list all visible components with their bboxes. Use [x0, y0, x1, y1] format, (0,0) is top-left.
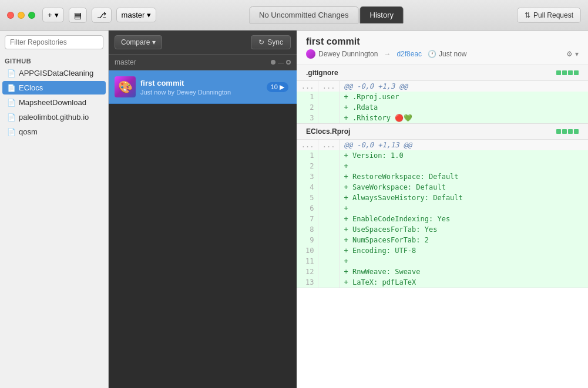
- sidebar: GitHub 📄 APPGISDataCleaning 📄 EClocs 📄 M…: [0, 31, 109, 388]
- file-name: EClocs.Rproj: [306, 127, 350, 136]
- diff-line-content: +: [339, 203, 588, 214]
- repo-icon: 📄: [7, 84, 15, 92]
- diff-line-content: + .Rproj.user: [339, 92, 588, 102]
- dot4: [574, 70, 579, 75]
- hunk-header-text: @@ -0,0 +1,3 @@: [339, 81, 588, 92]
- line-num-new: [318, 161, 339, 171]
- sidebar-item-qosm[interactable]: 📄 qosm: [2, 125, 106, 139]
- line-num-old: 1: [297, 150, 318, 161]
- line-num-new: [318, 214, 339, 224]
- diff-row-add-7: 7 + EnableCodeIndexing: Yes: [297, 214, 588, 224]
- branch-bar: master —: [109, 55, 297, 70]
- diff-row-add-12: 12 + RnwWeave: Sweave: [297, 266, 588, 277]
- line-num-new: [318, 245, 339, 256]
- diff-row-add-2: 2 + .Rdata: [297, 102, 588, 113]
- branch-button[interactable]: ⎇: [92, 8, 112, 23]
- sync-label: Sync: [267, 38, 283, 46]
- diff-line-content: + SaveWorkspace: Default: [339, 182, 588, 193]
- diff-line-content: + RestoreWorkspace: Default: [339, 171, 588, 182]
- sidebar-toggle-button[interactable]: ▤: [69, 8, 87, 23]
- tab-uncommitted-changes[interactable]: No Uncommitted Changes: [249, 6, 358, 23]
- diff-line-content: + AlwaysSaveHistory: Default: [339, 193, 588, 203]
- line-num-old: 2: [297, 102, 318, 113]
- titlebar-left-controls: + ▾ ▤ ⎇ master ▾: [42, 8, 156, 23]
- line-num-new: [318, 256, 339, 266]
- diff-row-hunk: ... ... @@ -0,0 +1,3 @@: [297, 81, 588, 92]
- diff-table-rproj: ... ... @@ -0,0 +1,13 @@ 1 + Version: 1.…: [297, 140, 588, 288]
- line-num-new: [318, 193, 339, 203]
- pull-request-button[interactable]: ⇅ Pull Request: [517, 8, 581, 23]
- tab-history[interactable]: History: [360, 6, 404, 23]
- dot-ring: [286, 60, 291, 65]
- avatar-emoji: 🎨: [118, 80, 133, 94]
- sidebar-item-paleolimbot[interactable]: 📄 paleolimbot.github.io: [2, 110, 106, 124]
- diff-settings: ⚙ ▾: [566, 50, 579, 58]
- file-diff-action-dots: [556, 70, 579, 75]
- diff-row-add-9: 9 + NumSpacesForTab: 2: [297, 235, 588, 245]
- diff-row-add-10: 10 + Encoding: UTF-8: [297, 245, 588, 256]
- diff-line-content: +: [339, 256, 588, 266]
- sidebar-item-appgis[interactable]: 📄 APPGISDataCleaning: [2, 66, 106, 80]
- master-branch-selector[interactable]: master ▾: [116, 8, 156, 22]
- line-num-old: 8: [297, 224, 318, 235]
- minimize-button[interactable]: [18, 12, 25, 19]
- line-num-old: 13: [297, 277, 318, 288]
- compare-label: Compare ▾: [121, 38, 156, 46]
- dot4: [574, 129, 579, 134]
- commit-item[interactable]: 🎨 first commit Just now by Dewey Dunning…: [109, 70, 297, 104]
- line-num-new: [318, 266, 339, 277]
- traffic-lights: [7, 12, 35, 19]
- diff-row-hunk: ... ... @@ -0,0 +1,13 @@: [297, 140, 588, 150]
- gear-icon[interactable]: ⚙: [566, 50, 573, 58]
- commit-subtitle: Just now by Dewey Dunnington: [140, 89, 267, 96]
- dot-separator: —: [278, 59, 284, 66]
- titlebar: + ▾ ▤ ⎇ master ▾ paleolimbot/EClocs No U…: [0, 0, 588, 31]
- line-num-new: [318, 113, 339, 123]
- line-num-new: ...: [318, 140, 339, 150]
- diff-row-add-2: 2 +: [297, 161, 588, 171]
- line-num-new: [318, 224, 339, 235]
- repo-name: EClocs: [19, 83, 43, 92]
- sidebar-icon: ▤: [74, 11, 82, 20]
- line-num-old: ...: [297, 140, 318, 150]
- branch-name-label: master ▾: [122, 11, 151, 19]
- tab-bar: No Uncommitted Changes History: [249, 6, 404, 23]
- filter-repositories-input[interactable]: [5, 35, 103, 49]
- line-num-old: 7: [297, 214, 318, 224]
- close-button[interactable]: [7, 12, 14, 19]
- repo-name: MapsheetDownload: [19, 98, 86, 107]
- repo-name: APPGISDataCleaning: [19, 69, 93, 77]
- diff-line-content: + UseSpacesForTab: Yes: [339, 224, 588, 235]
- hunk-header-text: @@ -0,0 +1,13 @@: [339, 140, 588, 150]
- line-num-new: [318, 150, 339, 161]
- diff-row-add-13: 13 + LaTeX: pdfLaTeX: [297, 277, 588, 288]
- line-num-old: 6: [297, 203, 318, 214]
- diff-author: Dewey Dunnington: [306, 49, 378, 59]
- diff-panel: first commit Dewey Dunnington → d2f8eac …: [297, 31, 588, 388]
- line-num-old: 5: [297, 193, 318, 203]
- dot1: [556, 70, 561, 75]
- compare-button[interactable]: Compare ▾: [115, 35, 162, 49]
- maximize-button[interactable]: [28, 12, 35, 19]
- clock-icon: 🕐: [428, 50, 436, 58]
- center-panel: Compare ▾ ↻ Sync master — 🎨 first commit…: [109, 31, 297, 388]
- sidebar-item-eclocs[interactable]: 📄 EClocs: [2, 81, 106, 95]
- diff-row-add-3: 3 + RestoreWorkspace: Default: [297, 171, 588, 182]
- sidebar-item-mapsheet[interactable]: 📄 MapsheetDownload: [2, 96, 106, 109]
- line-num-new: [318, 171, 339, 182]
- commit-file-count-badge: 10 ▶: [267, 82, 288, 92]
- diff-hash: d2f8eac: [397, 50, 422, 58]
- diff-row-add-3: 3 + .Rhistory 🔴💚: [297, 113, 588, 123]
- sync-button[interactable]: ↻ Sync: [251, 35, 291, 49]
- dot3: [568, 129, 573, 134]
- diff-line-content: + Encoding: UTF-8: [339, 245, 588, 256]
- line-num-new: ...: [318, 81, 339, 92]
- line-num-old: 2: [297, 161, 318, 171]
- settings-chevron-icon[interactable]: ▾: [575, 50, 579, 58]
- dot2: [562, 129, 567, 134]
- diff-row-add-5: 5 + AlwaysSaveHistory: Default: [297, 193, 588, 203]
- add-button[interactable]: + ▾: [42, 8, 64, 22]
- chevron-down-icon: ▾: [55, 11, 59, 19]
- line-num-new: [318, 277, 339, 288]
- repo-name: paleolimbot.github.io: [19, 113, 89, 122]
